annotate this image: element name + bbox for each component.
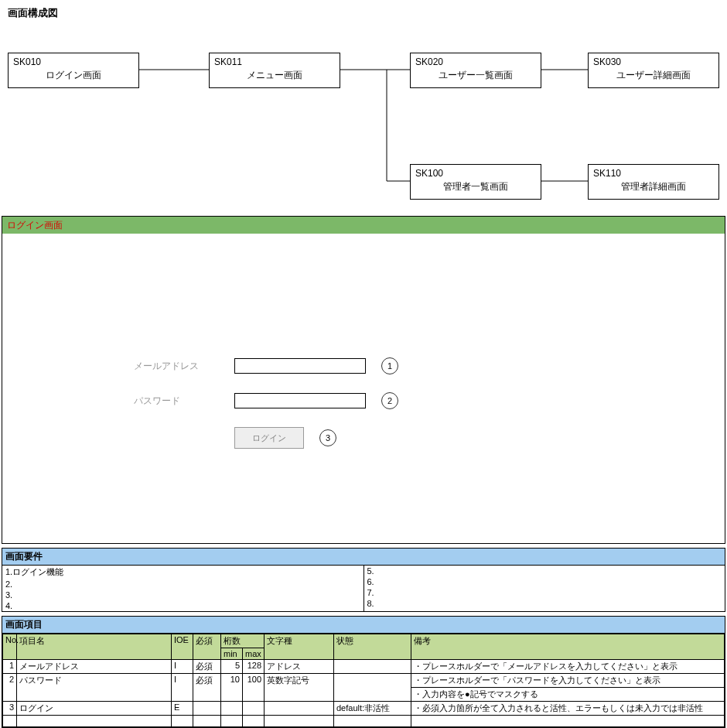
requirements-right-col: 5. 6. 7. 8. [364, 566, 725, 611]
screen-box-sk030: SK030 ユーザー詳細画面 [588, 53, 719, 88]
cell-name: メールアドレス [17, 660, 172, 674]
password-input[interactable] [234, 393, 366, 408]
cell-max: 128 [243, 660, 265, 674]
req-item: 6. [364, 576, 725, 587]
req-item: 2. [2, 579, 364, 590]
cell-notes: ・プレースホルダーで「パスワードを入力してください」と表示 [411, 674, 725, 688]
req-item: 5. [364, 566, 725, 576]
cell-notes: ・必須入力箇所が全て入力されると活性、エラーもしくは未入力では非活性 [411, 702, 725, 716]
req-item: 4. [2, 600, 364, 611]
screen-name: ユーザー一覧画面 [415, 69, 536, 82]
requirements-left-col: 1.ログイン機能 2. 3. 4. [2, 566, 364, 611]
header-max: max [243, 648, 265, 660]
cell-chartype: アドレス [265, 660, 334, 674]
items-table: No. 項目名 IOE 必須 桁数 文字種 状態 備考 min max 1メール… [2, 634, 725, 727]
header-chartype: 文字種 [265, 634, 334, 660]
cell-max [243, 702, 265, 716]
marker-3-icon: 3 [319, 429, 336, 446]
header-ioe: IOE [172, 634, 193, 660]
requirements-section: 画面要件 1.ログイン機能 2. 3. 4. 5. 6. 7. 8. [2, 548, 725, 612]
screen-box-sk011: SK011 メニュー画面 [209, 53, 340, 88]
cell-no: 3 [3, 702, 17, 716]
email-input[interactable] [234, 358, 366, 374]
req-item: 1.ログイン機能 [2, 566, 364, 579]
cell-no: 2 [3, 674, 17, 702]
header-no: No. [3, 634, 17, 660]
screen-code: SK020 [415, 56, 536, 67]
screen-name: ユーザー詳細画面 [593, 69, 714, 82]
requirements-title: 画面要件 [2, 549, 725, 566]
cell-min: 10 [221, 674, 243, 702]
cell-min [221, 702, 243, 716]
password-row: パスワード 2 [134, 392, 398, 409]
screen-name: 管理者詳細画面 [593, 180, 714, 193]
mockup-header: ログイン画面 [2, 217, 725, 234]
mockup-body: メールアドレス 1 パスワード 2 ログイン 3 [2, 234, 725, 543]
cell-state: default:非活性 [334, 702, 411, 716]
cell-chartype [265, 702, 334, 716]
cell-min: 5 [221, 660, 243, 674]
req-item: 8. [364, 598, 725, 609]
screen-box-sk010: SK010 ログイン画面 [8, 53, 139, 88]
req-item: 7. [364, 587, 725, 598]
cell-name: パスワード [17, 674, 172, 702]
cell-chartype: 英数字記号 [265, 674, 334, 702]
header-min: min [221, 648, 243, 660]
screen-name: ログイン画面 [13, 69, 134, 82]
email-label: メールアドレス [134, 360, 234, 373]
screen-box-sk100: SK100 管理者一覧画面 [410, 164, 541, 200]
header-digits: 桁数 [221, 634, 265, 648]
items-section: 画面項目 No. 項目名 IOE 必須 桁数 文字種 状態 備考 min max… [2, 616, 725, 728]
cell-notes: ・入力内容を●記号でマスクする [411, 688, 725, 702]
diagram-title: 画面構成図 [0, 0, 727, 26]
header-state: 状態 [334, 634, 411, 660]
marker-2-icon: 2 [381, 392, 398, 409]
req-item: 3. [2, 590, 364, 600]
cell-max: 100 [243, 674, 265, 702]
screen-code: SK100 [415, 168, 536, 179]
screen-code: SK011 [214, 56, 335, 67]
table-row: 3ログインEdefault:非活性・必須入力箇所が全て入力されると活性、エラーも… [3, 702, 725, 716]
cell-required: 必須 [193, 660, 221, 674]
table-row: 2パスワードI必須10100英数字記号・プレースホルダーで「パスワードを入力して… [3, 674, 725, 688]
login-row: ログイン 3 [234, 427, 336, 449]
screen-name: 管理者一覧画面 [415, 180, 536, 193]
cell-no: 1 [3, 660, 17, 674]
cell-required [193, 702, 221, 716]
items-title: 画面項目 [2, 617, 725, 634]
cell-notes: ・プレースホルダーで「メールアドレスを入力してください」と表示 [411, 660, 725, 674]
cell-name: ログイン [17, 702, 172, 716]
marker-1-icon: 1 [381, 357, 398, 374]
screen-name: メニュー画面 [214, 69, 335, 82]
table-header-row: No. 項目名 IOE 必須 桁数 文字種 状態 備考 [3, 634, 725, 648]
screen-box-sk020: SK020 ユーザー一覧画面 [410, 53, 541, 88]
cell-state [334, 674, 411, 702]
screen-code: SK010 [13, 56, 134, 67]
table-row: 1メールアドレスI必須5128アドレス・プレースホルダーで「メールアドレスを入力… [3, 660, 725, 674]
cell-required: 必須 [193, 674, 221, 702]
header-name: 項目名 [17, 634, 172, 660]
screen-box-sk110: SK110 管理者詳細画面 [588, 164, 719, 200]
password-label: パスワード [134, 395, 234, 408]
cell-ioe: E [172, 702, 193, 716]
screen-code: SK030 [593, 56, 714, 67]
email-row: メールアドレス 1 [134, 357, 398, 374]
screen-mockup: ログイン画面 メールアドレス 1 パスワード 2 ログイン 3 [2, 216, 725, 544]
screen-code: SK110 [593, 168, 714, 179]
cell-ioe: I [172, 674, 193, 702]
header-notes: 備考 [411, 634, 725, 660]
table-row [3, 716, 725, 727]
header-required: 必須 [193, 634, 221, 660]
cell-state [334, 660, 411, 674]
screen-structure-diagram: SK010 ログイン画面 SK011 メニュー画面 SK020 ユーザー一覧画面… [0, 26, 727, 212]
login-button[interactable]: ログイン [234, 427, 304, 449]
cell-ioe: I [172, 660, 193, 674]
